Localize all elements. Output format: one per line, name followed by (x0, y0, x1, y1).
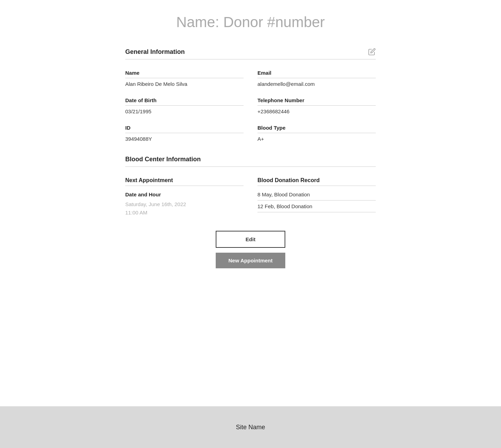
telephone-label: Telephone Number (257, 97, 376, 106)
name-value: Alan Ribeiro De Melo Silva (125, 81, 244, 87)
footer: Site Name (0, 406, 501, 448)
donor-card: General Information Name Alan Ribeiro De… (125, 48, 376, 268)
next-appointment-col: Next Appointment Date and Hour Saturday,… (125, 177, 244, 217)
action-buttons: Edit New Appointment (125, 231, 376, 268)
general-info-title: General Information (125, 48, 185, 56)
edit-general-info-button[interactable] (368, 48, 376, 56)
blood-center-grid: Next Appointment Date and Hour Saturday,… (125, 177, 376, 217)
dob-value: 03/21/1995 (125, 108, 244, 114)
blood-type-label: Blood Type (257, 125, 376, 133)
appointment-datetime: Saturday, June 16th, 2022 11:00 AM (125, 200, 244, 217)
blood-type-value: A+ (257, 136, 376, 142)
donation-records-list: 8 May, Blood Donation12 Feb, Blood Donat… (257, 192, 376, 212)
list-item: 8 May, Blood Donation (257, 192, 376, 201)
name-field-group: Name Alan Ribeiro De Melo Silva (125, 70, 244, 87)
donation-record-subtitle: Blood Donation Record (257, 177, 376, 186)
general-info-header: General Information (125, 48, 376, 59)
footer-site-name: Site Name (236, 424, 265, 431)
blood-center-section: Blood Center Information Next Appointmen… (125, 156, 376, 217)
email-value: alandemello@email.com (257, 81, 376, 87)
id-label: ID (125, 125, 244, 133)
edit-button[interactable]: Edit (216, 231, 285, 248)
list-item: 12 Feb, Blood Donation (257, 203, 376, 212)
dob-label: Date of Birth (125, 97, 244, 106)
blood-type-field-group: Blood Type A+ (257, 125, 376, 142)
new-appointment-button[interactable]: New Appointment (216, 253, 285, 268)
next-appointment-subtitle: Next Appointment (125, 177, 244, 186)
general-info-section: General Information Name Alan Ribeiro De… (125, 48, 376, 142)
general-info-fields: Name Alan Ribeiro De Melo Silva Email al… (125, 70, 376, 142)
name-label: Name (125, 70, 244, 78)
donation-record-col: Blood Donation Record 8 May, Blood Donat… (257, 177, 376, 217)
blood-center-title: Blood Center Information (125, 156, 201, 163)
email-label: Email (257, 70, 376, 78)
date-hour-label: Date and Hour (125, 192, 244, 197)
telephone-field-group: Telephone Number +2368682446 (257, 97, 376, 114)
id-field-group: ID 39494088Y (125, 125, 244, 142)
id-value: 39494088Y (125, 136, 244, 142)
appointment-date: Saturday, June 16th, 2022 (125, 201, 186, 207)
page-title: Name: Donor #number (176, 14, 325, 31)
edit-pencil-icon (368, 48, 376, 56)
dob-field-group: Date of Birth 03/21/1995 (125, 97, 244, 114)
blood-center-header: Blood Center Information (125, 156, 376, 167)
email-field-group: Email alandemello@email.com (257, 70, 376, 87)
appointment-time: 11:00 AM (125, 210, 147, 215)
telephone-value: +2368682446 (257, 108, 376, 114)
